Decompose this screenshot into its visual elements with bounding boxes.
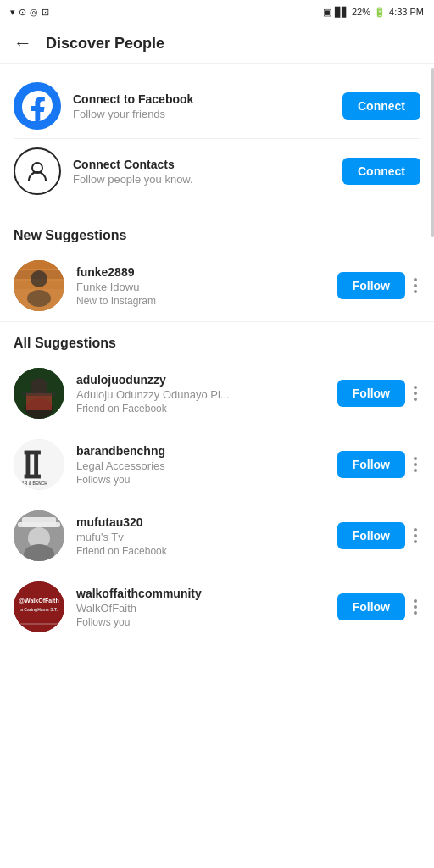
bar-display-name: Legal Accessories: [76, 459, 246, 472]
adulu-more-button[interactable]: [410, 382, 420, 404]
funke-follow-button[interactable]: Follow: [337, 272, 405, 299]
adulu-display-name: Aduloju Odunzzy Odunayo Pi...: [76, 388, 246, 401]
mufu-follow-button[interactable]: Follow: [337, 522, 405, 549]
adulu-avatar-image: [14, 368, 64, 419]
facebook-connect-button[interactable]: Connect: [342, 92, 420, 120]
contacts-icon-container: [14, 147, 61, 195]
adulu-meta: Friend on Facebook: [76, 403, 337, 415]
dot: [414, 605, 417, 609]
avatar: [14, 260, 64, 311]
walk-follow-button[interactable]: Follow: [337, 593, 405, 620]
list-item: mufutau320 mufu's Tv Friend on Facebook …: [0, 500, 434, 571]
adulu-username: adulojuodunzzy: [76, 373, 337, 387]
battery-icon: ▣: [323, 7, 331, 18]
avatar: BAR & BENCH: [14, 439, 64, 490]
svg-text:BAR & BENCH: BAR & BENCH: [19, 481, 47, 486]
dot: [414, 469, 417, 472]
walk-avatar-image: @WalkOfFaith a CaringHams S.T.: [14, 581, 64, 632]
bar-follow-button[interactable]: Follow: [337, 451, 405, 478]
svg-rect-15: [25, 451, 41, 455]
dot: [414, 611, 417, 615]
contacts-connect-title: Connect Contacts: [73, 158, 342, 171]
status-icons-left: ▾ ⊙ ◎ ⊡: [10, 7, 49, 18]
time-display: 4:33 PM: [389, 7, 424, 17]
contacts-connect-subtitle: Follow people you know.: [73, 173, 342, 186]
mufu-more-button[interactable]: [410, 525, 420, 547]
mufu-avatar-image: [14, 510, 64, 561]
avatar: [14, 368, 64, 419]
adulu-follow-button[interactable]: Follow: [337, 380, 405, 407]
bar-avatar-image: BAR & BENCH: [14, 439, 64, 490]
avatar: [14, 510, 64, 561]
funke-more-button[interactable]: [410, 275, 420, 297]
facebook-connect-subtitle: Follow your friends: [73, 108, 342, 120]
mufu-meta: Friend on Facebook: [76, 545, 337, 557]
adulu-actions: Follow: [337, 380, 420, 407]
contacts-connect-button[interactable]: Connect: [342, 158, 420, 185]
facebook-icon-container: [14, 82, 61, 130]
walk-meta: Follows you: [76, 616, 337, 628]
dot: [414, 290, 417, 293]
signal-bars-icon: ▊▋: [335, 7, 348, 18]
list-item: @WalkOfFaith a CaringHams S.T. walkoffai…: [0, 571, 434, 643]
svg-point-6: [27, 290, 51, 307]
dot: [414, 457, 417, 460]
list-item: BAR & BENCH barandbenchng Legal Accessor…: [0, 429, 434, 500]
screenshot-icon: ⊡: [42, 7, 49, 18]
walk-user-info: walkoffaithcommunity WalkOfFaith Follows…: [76, 587, 337, 628]
list-item: funke2889 Funke Idowu New to Instagram F…: [0, 250, 434, 321]
status-bar: ▾ ⊙ ◎ ⊡ ▣ ▊▋ 22% 🔋 4:33 PM: [0, 0, 434, 24]
dot: [414, 528, 417, 531]
facebook-connect-info: Connect to Facebook Follow your friends: [73, 92, 342, 120]
svg-point-5: [31, 270, 47, 287]
walk-actions: Follow: [337, 593, 420, 620]
page-title: Discover People: [46, 35, 164, 53]
svg-rect-14: [34, 453, 38, 477]
walk-more-button[interactable]: [410, 596, 420, 618]
connect-facebook-item: Connect to Facebook Follow your friends …: [14, 74, 420, 138]
contacts-logo-icon: [25, 159, 50, 184]
vpn-icon: ◎: [30, 7, 38, 18]
mufu-display-name: mufu's Tv: [76, 531, 246, 543]
walk-username: walkoffaithcommunity: [76, 587, 337, 600]
bar-actions: Follow: [337, 451, 420, 478]
dot: [414, 534, 417, 537]
battery-symbol: 🔋: [374, 7, 386, 18]
bar-meta: Follows you: [76, 474, 337, 486]
facebook-logo-icon: [22, 91, 53, 121]
back-button[interactable]: ←: [14, 32, 32, 54]
dot: [414, 463, 417, 466]
bar-user-info: barandbenchng Legal Accessories Follows …: [76, 444, 337, 486]
connect-section: Connect to Facebook Follow your friends …: [0, 64, 434, 214]
dot: [414, 392, 417, 395]
bar-more-button[interactable]: [410, 453, 420, 476]
all-suggestions-title: All Suggestions: [0, 322, 434, 358]
bar-username: barandbenchng: [76, 444, 337, 458]
battery-percent: 22%: [352, 7, 370, 17]
adulu-user-info: adulojuodunzzy Aduloju Odunzzy Odunayo P…: [76, 373, 337, 415]
funke-user-info: funke2889 Funke Idowu New to Instagram: [76, 265, 337, 307]
new-suggestions-title: New Suggestions: [0, 214, 434, 250]
svg-rect-13: [26, 453, 31, 477]
connect-contacts-item: Connect Contacts Follow people you know.…: [14, 138, 420, 203]
new-suggestions-section: New Suggestions funke2889 Funke Idowu Ne…: [0, 214, 434, 321]
svg-text:a CaringHams S.T.: a CaringHams S.T.: [20, 607, 58, 612]
contacts-connect-info: Connect Contacts Follow people you know.: [73, 158, 342, 186]
dot: [414, 386, 417, 389]
page-header: ← Discover People: [0, 24, 434, 64]
svg-rect-2: [14, 260, 64, 269]
svg-rect-16: [25, 475, 41, 479]
mufu-actions: Follow: [337, 522, 420, 549]
dot: [414, 278, 417, 281]
funke-meta: New to Instagram: [76, 295, 337, 307]
list-item: adulojuodunzzy Aduloju Odunzzy Odunayo P…: [0, 358, 434, 429]
dot: [414, 284, 417, 287]
funke-actions: Follow: [337, 272, 420, 299]
walk-display-name: WalkOfFaith: [76, 602, 246, 615]
funke-username: funke2889: [76, 265, 337, 279]
svg-text:@WalkOfFaith: @WalkOfFaith: [19, 598, 58, 604]
mufu-user-info: mufutau320 mufu's Tv Friend on Facebook: [76, 515, 337, 557]
signal-icon: ⊙: [19, 7, 26, 18]
wifi-icon: ▾: [10, 7, 15, 18]
status-icons-right: ▣ ▊▋ 22% 🔋 4:33 PM: [323, 7, 424, 18]
